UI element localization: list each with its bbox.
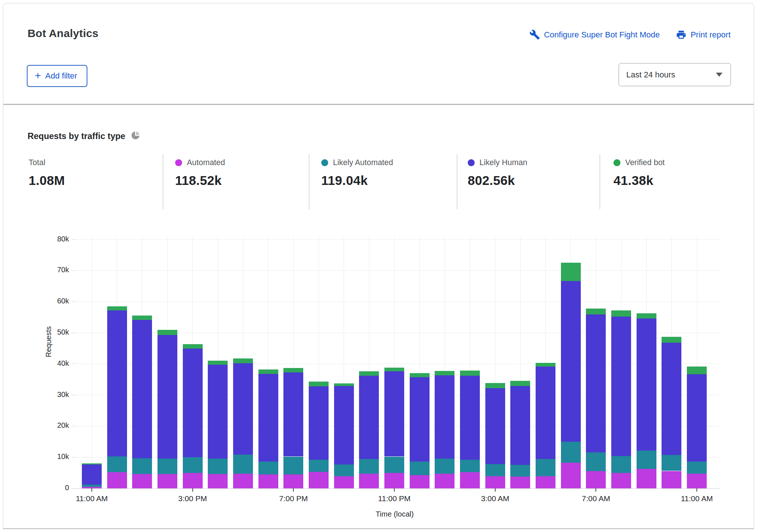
bar-segment-7-00-pm-automated[interactable]: [283, 474, 303, 488]
bar-segment-6-00-pm-likely-automated[interactable]: [258, 462, 278, 474]
bar-segment-10-00-pm-likely-automated[interactable]: [359, 459, 379, 474]
bar-segment-6-00-am-likely-automated[interactable]: [561, 442, 581, 463]
bar-segment-1-00-am-verified-bot[interactable]: [435, 371, 454, 375]
bar-segment-7-00-am-likely-human[interactable]: [586, 314, 606, 453]
bar-segment-1-00-pm-verified-bot[interactable]: [132, 316, 152, 320]
bar-segment-12-00-pm-likely-automated[interactable]: [107, 456, 127, 472]
bar-segment-4-00-am-verified-bot[interactable]: [510, 381, 530, 386]
print-report-link[interactable]: Print report: [676, 29, 731, 40]
bar-segment-5-00-am-likely-human[interactable]: [536, 367, 555, 459]
bar-segment-11-00-am-likely-automated[interactable]: [687, 462, 707, 474]
bar-segment-3-00-pm-likely-automated[interactable]: [183, 457, 203, 473]
bar-segment-1-00-pm-likely-human[interactable]: [132, 320, 152, 458]
bar-segment-5-00-am-automated[interactable]: [536, 476, 555, 488]
bar-segment-9-00-pm-likely-automated[interactable]: [334, 464, 354, 476]
bar-segment-9-00-pm-verified-bot[interactable]: [334, 383, 354, 386]
bar-segment-5-00-pm-likely-human[interactable]: [233, 363, 253, 454]
bar-segment-5-00-am-verified-bot[interactable]: [536, 363, 555, 367]
bar-segment-4-00-am-likely-human[interactable]: [510, 386, 530, 465]
bar-segment-4-00-pm-automated[interactable]: [208, 474, 228, 488]
bar-segment-4-00-pm-likely-human[interactable]: [208, 365, 228, 459]
bar-segment-6-00-pm-likely-human[interactable]: [258, 374, 278, 462]
bar-segment-10-00-pm-verified-bot[interactable]: [359, 371, 379, 376]
bar-segment-8-00-pm-automated[interactable]: [309, 472, 329, 488]
bar-segment-5-00-pm-automated[interactable]: [233, 474, 253, 488]
bar-segment-7-00-am-automated[interactable]: [586, 471, 606, 488]
bar-segment-11-00-pm-automated[interactable]: [384, 473, 404, 488]
bar-segment-11-00-am-automated[interactable]: [82, 487, 102, 488]
bar-segment-12-00-pm-likely-human[interactable]: [107, 310, 127, 456]
bar-segment-2-00-am-automated[interactable]: [460, 472, 480, 488]
bar-segment-3-00-pm-likely-human[interactable]: [183, 349, 203, 457]
bar-segment-7-00-am-likely-automated[interactable]: [586, 452, 606, 471]
bar-segment-3-00-pm-automated[interactable]: [183, 473, 203, 488]
bar-segment-9-00-am-likely-automated[interactable]: [637, 451, 656, 469]
bar-segment-2-00-pm-automated[interactable]: [157, 474, 177, 488]
bar-segment-1-00-am-likely-automated[interactable]: [435, 459, 454, 474]
bar-segment-10-00-pm-likely-human[interactable]: [359, 376, 379, 459]
bar-segment-7-00-pm-verified-bot[interactable]: [283, 368, 303, 372]
bar-segment-6-00-am-automated[interactable]: [561, 463, 581, 488]
bar-segment-12-00-am-likely-automated[interactable]: [410, 462, 430, 475]
bar-segment-3-00-am-verified-bot[interactable]: [485, 383, 505, 388]
bar-segment-8-00-pm-likely-automated[interactable]: [309, 460, 329, 472]
bar-segment-8-00-pm-likely-human[interactable]: [309, 386, 329, 460]
bar-segment-6-00-pm-automated[interactable]: [258, 474, 278, 488]
bar-segment-4-00-pm-verified-bot[interactable]: [208, 361, 228, 365]
add-filter-button[interactable]: + Add filter: [27, 65, 87, 87]
bar-segment-5-00-pm-verified-bot[interactable]: [233, 358, 253, 364]
bar-segment-12-00-pm-automated[interactable]: [107, 472, 127, 488]
bar-segment-7-00-pm-likely-human[interactable]: [283, 372, 303, 457]
bar-segment-12-00-pm-verified-bot[interactable]: [107, 306, 127, 310]
bar-segment-3-00-am-automated[interactable]: [485, 476, 505, 488]
bar-segment-9-00-am-verified-bot[interactable]: [637, 313, 656, 318]
bar-segment-3-00-am-likely-automated[interactable]: [485, 464, 505, 476]
bar-segment-7-00-am-verified-bot[interactable]: [586, 309, 606, 314]
bar-segment-8-00-am-likely-automated[interactable]: [611, 456, 631, 473]
bar-segment-12-00-am-automated[interactable]: [410, 475, 430, 488]
bar-segment-11-00-am-verified-bot[interactable]: [82, 463, 102, 464]
bar-segment-2-00-pm-verified-bot[interactable]: [157, 330, 177, 335]
bar-segment-10-00-am-likely-human[interactable]: [662, 343, 681, 455]
bar-segment-6-00-am-likely-human[interactable]: [561, 281, 581, 442]
bar-segment-11-00-am-likely-human[interactable]: [82, 464, 102, 485]
bar-segment-10-00-pm-automated[interactable]: [359, 474, 379, 488]
bar-segment-2-00-am-likely-human[interactable]: [460, 376, 480, 460]
bar-segment-10-00-am-verified-bot[interactable]: [662, 337, 681, 343]
bar-segment-12-00-am-verified-bot[interactable]: [410, 373, 430, 377]
bar-segment-7-00-pm-likely-automated[interactable]: [283, 457, 303, 474]
bar-segment-9-00-am-automated[interactable]: [637, 469, 656, 488]
bar-segment-1-00-pm-automated[interactable]: [132, 474, 152, 488]
bar-segment-3-00-pm-verified-bot[interactable]: [183, 344, 203, 349]
bar-segment-3-00-am-likely-human[interactable]: [485, 388, 505, 464]
bar-segment-2-00-am-likely-automated[interactable]: [460, 460, 480, 472]
bar-segment-8-00-am-verified-bot[interactable]: [611, 310, 631, 317]
time-range-dropdown[interactable]: Last 24 hours: [619, 63, 731, 86]
bar-segment-11-00-pm-likely-human[interactable]: [384, 371, 404, 456]
bar-segment-2-00-pm-likely-automated[interactable]: [157, 459, 177, 474]
bar-segment-9-00-pm-likely-human[interactable]: [334, 386, 354, 464]
bar-segment-5-00-pm-likely-automated[interactable]: [233, 455, 253, 474]
bar-segment-11-00-am-likely-human[interactable]: [687, 374, 707, 462]
bar-segment-1-00-am-likely-human[interactable]: [435, 375, 454, 459]
bar-segment-9-00-pm-automated[interactable]: [334, 476, 354, 488]
bar-segment-4-00-am-likely-automated[interactable]: [510, 465, 530, 476]
bar-segment-5-00-am-likely-automated[interactable]: [536, 459, 555, 476]
bar-segment-6-00-pm-verified-bot[interactable]: [258, 369, 278, 374]
bar-segment-8-00-am-likely-human[interactable]: [611, 317, 631, 456]
bar-segment-11-00-pm-likely-automated[interactable]: [384, 457, 404, 473]
bar-segment-12-00-am-likely-human[interactable]: [410, 377, 430, 462]
bar-segment-4-00-pm-likely-automated[interactable]: [208, 459, 228, 474]
bar-segment-9-00-am-likely-human[interactable]: [637, 318, 656, 451]
bar-segment-1-00-am-automated[interactable]: [435, 474, 454, 488]
bar-segment-6-00-am-verified-bot[interactable]: [561, 263, 581, 281]
bar-segment-2-00-am-verified-bot[interactable]: [460, 371, 480, 376]
bar-segment-8-00-pm-verified-bot[interactable]: [309, 382, 329, 386]
bar-segment-10-00-am-likely-automated[interactable]: [662, 455, 681, 471]
bar-segment-11-00-am-likely-automated[interactable]: [82, 485, 102, 487]
bar-segment-11-00-am-automated[interactable]: [687, 474, 707, 488]
configure-super-bot-fight-mode-link[interactable]: Configure Super Bot Fight Mode: [529, 29, 660, 40]
bar-segment-11-00-am-verified-bot[interactable]: [687, 367, 707, 374]
bar-segment-10-00-am-automated[interactable]: [662, 471, 681, 488]
bar-segment-11-00-pm-verified-bot[interactable]: [384, 368, 404, 371]
